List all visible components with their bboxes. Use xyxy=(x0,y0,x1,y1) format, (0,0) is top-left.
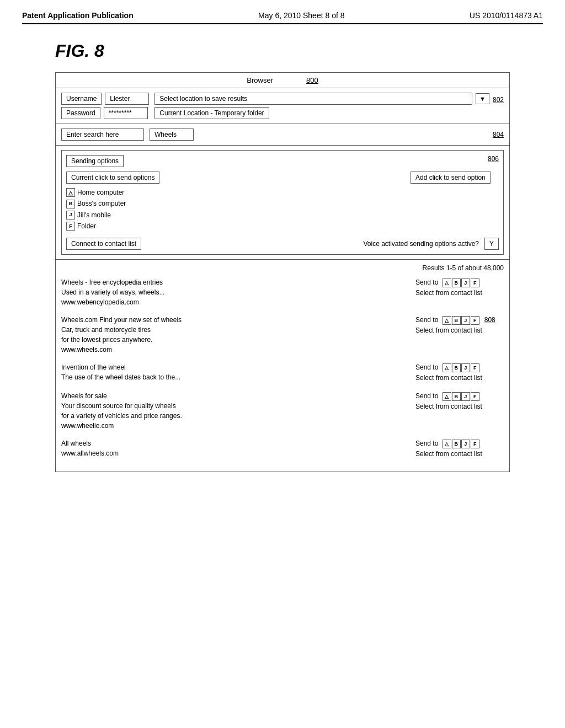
username-input[interactable]: Llester xyxy=(105,93,149,105)
result-title: All wheels xyxy=(61,438,404,448)
voice-activated-value[interactable]: Y xyxy=(484,238,499,250)
fig-title: FIG. 8 xyxy=(55,41,543,61)
location-section: Select location to save results ▼ 802 Cu… xyxy=(154,93,504,119)
username-row: Username Llester xyxy=(61,93,149,105)
username-label: Username xyxy=(61,93,102,105)
dropdown-arrow-icon[interactable]: ▼ xyxy=(476,93,489,104)
option-label: Folder xyxy=(77,221,96,232)
send-f-icon[interactable]: F xyxy=(471,392,479,401)
result-title: Wheels.com Find your new set of wheels xyxy=(61,315,404,325)
send-home-icon[interactable]: △ xyxy=(443,316,451,325)
password-label: Password xyxy=(61,107,100,119)
browser-title-bar: Browser 800 xyxy=(56,73,509,88)
table-row: Wheels - free encyclopedia entries Used … xyxy=(61,277,504,307)
select-contact-link[interactable]: Select from contact list xyxy=(415,449,504,459)
send-label: Send to xyxy=(415,440,440,447)
send-b-icon[interactable]: B xyxy=(452,363,461,372)
send-b-icon[interactable]: B xyxy=(452,316,461,325)
result-url: www.wheels.com xyxy=(61,345,404,355)
send-icons: △ B J F xyxy=(443,392,480,401)
result-desc: Used in a variety of ways, wheels... xyxy=(61,287,404,297)
sending-options-section: Sending options 806 Current click to sen… xyxy=(61,150,504,255)
add-option-column: Add click to send option xyxy=(411,172,499,184)
table-row: Wheels.com Find your new set of wheels C… xyxy=(61,315,504,355)
send-home-icon[interactable]: △ xyxy=(443,392,451,401)
search-input[interactable]: Enter search here xyxy=(61,129,144,141)
location-dropdown[interactable]: Select location to save results xyxy=(154,93,472,105)
result-actions: Send to △ B J F Select from contact list xyxy=(415,277,504,298)
send-home-icon[interactable]: △ xyxy=(443,440,451,448)
home-icon: △ xyxy=(66,188,75,197)
option-label: Jill's mobile xyxy=(77,210,111,221)
result-action-content: Send to △ B J F Select from contact list xyxy=(415,315,482,336)
ref-808: 808 xyxy=(484,315,495,325)
send-row: Send to △ B J F xyxy=(415,438,504,449)
header-center: May 6, 2010 Sheet 8 of 8 xyxy=(258,11,344,20)
result-text: All wheels www.allwheels.com xyxy=(61,438,404,458)
send-row: Send to △ B J F xyxy=(415,277,504,288)
result-desc: Car, truck and motorcycle tires xyxy=(61,325,404,335)
send-label: Send to xyxy=(415,363,440,371)
result-desc: for a variety of vehicles and price rang… xyxy=(61,411,404,421)
patent-header: Patent Application Publication May 6, 20… xyxy=(22,11,543,24)
send-f-icon[interactable]: F xyxy=(471,316,479,325)
sending-options-title: Sending options xyxy=(66,155,124,167)
location-row: Select location to save results ▼ 802 xyxy=(154,93,504,105)
result-title: Wheels for sale xyxy=(61,391,404,401)
table-row: Wheels for sale Your discount source for… xyxy=(61,391,504,431)
send-b-icon[interactable]: B xyxy=(452,279,461,287)
sending-options-header: Sending options 806 xyxy=(66,155,499,167)
send-j-icon[interactable]: J xyxy=(461,316,470,325)
ref-804: 804 xyxy=(493,131,504,138)
ref-802: 802 xyxy=(493,96,504,105)
send-icons: △ B J F xyxy=(443,279,480,287)
send-j-icon[interactable]: J xyxy=(461,363,470,372)
result-actions: Send to △ B J F Select from contact list xyxy=(415,438,504,459)
send-icons: △ B J F xyxy=(443,440,480,448)
select-contact-link[interactable]: Select from contact list xyxy=(415,288,504,298)
table-row: Invention of the wheel The use of the wh… xyxy=(61,362,504,383)
location-dropdown-label: Select location to save results xyxy=(159,95,247,103)
result-url: www.webencylopedia.com xyxy=(61,297,404,307)
current-options-column: Current click to send options △ Home com… xyxy=(66,172,405,232)
search-value[interactable]: Wheels xyxy=(150,129,194,141)
select-contact-link[interactable]: Select from contact list xyxy=(415,402,504,412)
result-text: Wheels - free encyclopedia entries Used … xyxy=(61,277,404,307)
bottom-options-row: Connect to contact list Voice activated … xyxy=(66,238,499,250)
send-b-icon[interactable]: B xyxy=(452,392,461,401)
voice-activated-label: Voice activated sending options active? xyxy=(147,240,479,248)
result-url: www.allwheels.com xyxy=(61,448,404,458)
browser-top-section: Username Llester Password ********* Sele… xyxy=(56,88,509,124)
send-row: Send to △ B J F xyxy=(415,391,504,402)
send-f-icon[interactable]: F xyxy=(471,440,479,448)
result-title: Invention of the wheel xyxy=(61,362,404,372)
current-options-tab[interactable]: Current click to send options xyxy=(66,172,159,184)
result-desc: The use of the wheel dates back to the..… xyxy=(61,372,404,382)
option-label: Boss's computer xyxy=(77,198,126,209)
send-f-icon[interactable]: F xyxy=(471,279,479,287)
ref-806: 806 xyxy=(488,155,499,163)
login-section: Username Llester Password ********* xyxy=(61,93,149,119)
send-j-icon[interactable]: J xyxy=(461,392,470,401)
result-actions: Send to △ B J F Select from contact list xyxy=(415,362,504,383)
send-home-icon[interactable]: △ xyxy=(443,363,451,372)
select-contact-link[interactable]: Select from contact list xyxy=(415,325,482,336)
send-j-icon[interactable]: J xyxy=(461,440,470,448)
browser-label: Browser xyxy=(247,76,273,84)
header-left: Patent Application Publication xyxy=(22,11,134,20)
send-home-icon[interactable]: △ xyxy=(443,279,451,287)
send-row: Send to △ B J F xyxy=(415,362,504,373)
send-f-icon[interactable]: F xyxy=(471,363,479,372)
j-icon: J xyxy=(66,211,75,220)
send-label: Send to xyxy=(415,279,440,286)
connect-to-contact-list-button[interactable]: Connect to contact list xyxy=(66,238,141,250)
select-contact-link[interactable]: Select from contact list xyxy=(415,373,504,383)
send-row: Send to △ B J F xyxy=(415,315,482,325)
password-input[interactable]: ********* xyxy=(104,107,148,119)
add-click-to-send-button[interactable]: Add click to send option xyxy=(411,172,491,184)
f-icon: F xyxy=(66,222,75,231)
send-icons: △ B J F xyxy=(443,316,480,325)
send-j-icon[interactable]: J xyxy=(461,279,470,287)
search-section: Enter search here Wheels 804 xyxy=(56,124,509,146)
send-b-icon[interactable]: B xyxy=(452,440,461,448)
